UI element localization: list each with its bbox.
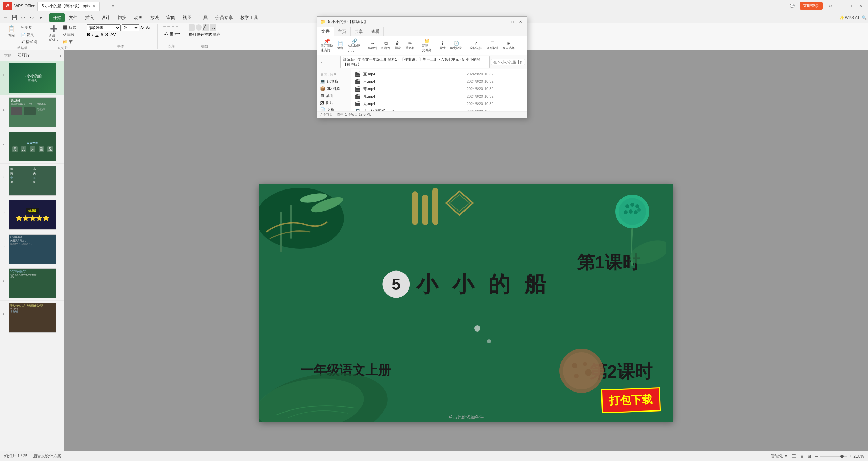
align-center-button[interactable]: ≡ bbox=[167, 24, 170, 30]
tab-close-icon[interactable]: ✕ bbox=[93, 4, 95, 8]
increase-font-button[interactable]: A↑ bbox=[140, 26, 145, 30]
cut-button[interactable]: ✂ 剪切 bbox=[19, 24, 39, 31]
zoom-in-button[interactable]: + bbox=[849, 454, 851, 459]
quick-styles-button[interactable]: 快速样式 bbox=[197, 32, 212, 37]
section-button[interactable]: 📂 节 bbox=[61, 39, 78, 45]
fm-up-button[interactable]: ↑ bbox=[333, 59, 339, 65]
fm-new-folder-button[interactable]: 📁 新建文件夹 bbox=[421, 38, 433, 53]
wps-ai-button[interactable]: ✨ WPS AI bbox=[839, 15, 859, 20]
bold-button[interactable]: B bbox=[87, 32, 90, 37]
slide-item-6[interactable]: 6 我坐在那里， 美丽的月亮上， 这太光明了，太温柔了， bbox=[0, 232, 64, 266]
view-normal-icon[interactable]: 三 bbox=[792, 453, 796, 459]
zoom-level[interactable]: 218% bbox=[853, 454, 864, 459]
shape-line[interactable]: ╱ bbox=[203, 24, 209, 31]
italic-button[interactable]: I bbox=[92, 32, 94, 37]
fm-tab-view[interactable]: 查看 bbox=[367, 27, 384, 36]
shape-more[interactable]: … bbox=[210, 24, 216, 31]
menu-item-tools[interactable]: 工具 bbox=[196, 13, 211, 22]
line-spacing-button[interactable]: ↕A bbox=[163, 31, 168, 36]
smart-label[interactable]: 智能化 ▼ bbox=[771, 453, 788, 459]
slide-item-4[interactable]: 4 船儿 两头 尖在 里面 bbox=[0, 164, 64, 198]
arrange-button[interactable]: 排列 bbox=[189, 32, 196, 37]
slide-canvas[interactable]: 5 小 小 的 船 一年级语文上册 第1课时 第2课时 打包下载 bbox=[259, 184, 673, 422]
menu-item-design[interactable]: 设计 bbox=[98, 13, 114, 22]
slide-item-2[interactable]: 2 第1课时 我会有朋友的，一定，一定也不会... 阅读分享 bbox=[0, 95, 64, 129]
fm-nav-desktop[interactable]: 🖥 桌面 bbox=[317, 92, 351, 99]
decrease-font-button[interactable]: A↓ bbox=[146, 26, 151, 30]
char-spacing-button[interactable]: AV bbox=[110, 32, 116, 37]
fm-search-input[interactable] bbox=[491, 59, 525, 65]
zoom-out-button[interactable]: ─ bbox=[815, 454, 818, 459]
menu-item-start[interactable]: 开始 bbox=[49, 13, 65, 22]
file-item-6[interactable]: 🎵 小小的船配乐.mp3 2024/8/20 10:32 bbox=[351, 107, 527, 111]
fm-deselect-button[interactable]: ☐ 全部取消 bbox=[485, 40, 500, 51]
search-button[interactable]: 🔍 bbox=[862, 15, 867, 20]
fm-pin-button[interactable]: 📌 固定到快速访问 bbox=[319, 38, 334, 53]
redo-icon[interactable]: ↪ bbox=[28, 14, 36, 22]
justify-button[interactable]: ≡ bbox=[176, 24, 178, 30]
settings-icon[interactable]: ⚙ bbox=[825, 1, 835, 11]
menu-item-slideshow[interactable]: 放映 bbox=[147, 13, 162, 22]
hamburger-menu[interactable]: ☰ bbox=[1, 14, 9, 22]
menu-item-review[interactable]: 审阅 bbox=[163, 13, 179, 22]
align-right-button[interactable]: ≡ bbox=[171, 24, 174, 30]
undo-icon[interactable]: ↩ bbox=[19, 14, 27, 22]
file-item-4[interactable]: 🎬 儿.mp4 2024/8/20 10:32 bbox=[351, 93, 527, 100]
reset-button[interactable]: ↺ 重设 bbox=[61, 32, 78, 38]
slide-item-5[interactable]: 5 摘星星 ⭐⭐⭐⭐⭐ bbox=[0, 198, 64, 232]
file-item-1[interactable]: 🎬 互.mp4 2024/8/20 10:32 bbox=[351, 70, 527, 78]
login-button[interactable]: 立即登录 bbox=[800, 2, 823, 10]
fm-nav-computer[interactable]: 💻 此电脑 bbox=[317, 78, 351, 85]
font-size-select[interactable]: 24 bbox=[122, 24, 139, 31]
fm-paste-link-button[interactable]: 🔗 粘贴快捷方式 bbox=[347, 38, 361, 53]
fm-copy-button[interactable]: 📄 复制 bbox=[336, 40, 345, 51]
zoom-slider[interactable] bbox=[820, 456, 847, 457]
column-button[interactable]: ▦ bbox=[169, 31, 173, 36]
view-notes-icon[interactable]: ⊟ bbox=[808, 454, 811, 459]
fm-address-path[interactable]: 部编版小学语文一年级上册资料1 › 【作业设计】新一上册 › 7.第七单元 › … bbox=[340, 56, 490, 68]
layout-button[interactable]: ⬛ 版式 bbox=[61, 24, 78, 31]
file-item-3[interactable]: 🎬 弯.mp4 2024/8/20 10:32 bbox=[351, 85, 527, 93]
file-item-5[interactable]: 🎬 见.mp4 2024/8/20 10:32 bbox=[351, 100, 527, 107]
copy-button[interactable]: 📄 复制 bbox=[19, 32, 39, 38]
fm-invert-button[interactable]: ⊞ 反向选择 bbox=[501, 40, 516, 51]
shape-circle[interactable] bbox=[196, 24, 202, 31]
file-item-2[interactable]: 🎬 月.mp4 2024/8/20 10:32 bbox=[351, 78, 527, 85]
fm-nav-documents[interactable]: 📄 文档 bbox=[317, 106, 351, 111]
tab-dropdown-icon[interactable]: ▾ bbox=[112, 4, 114, 8]
fm-copy-to-button[interactable]: ⧉ 复制到 bbox=[380, 40, 392, 51]
fm-back-button[interactable]: ← bbox=[319, 59, 326, 65]
minimize-button[interactable]: ─ bbox=[835, 1, 845, 11]
fm-delete-button[interactable]: 🗑 删除 bbox=[393, 40, 402, 51]
menu-item-transitions[interactable]: 切换 bbox=[114, 13, 130, 22]
maximize-button[interactable]: □ bbox=[846, 1, 855, 11]
save-icon[interactable]: 💾 bbox=[10, 14, 18, 22]
slide-item-8[interactable]: 8 语文中的"儿,月"分别是什么样的 学习内容 小小的船 bbox=[0, 301, 64, 335]
feedback-icon[interactable]: 💬 bbox=[788, 3, 797, 9]
align-left-button[interactable]: ≡ bbox=[163, 24, 166, 30]
tab-slides[interactable]: 幻灯片 bbox=[16, 52, 31, 59]
strikethrough-button[interactable]: S̶ bbox=[101, 32, 103, 37]
fm-forward-button[interactable]: → bbox=[326, 59, 332, 65]
shadow-button[interactable]: S bbox=[105, 32, 108, 37]
slide-item-3[interactable]: 3 认识生字 月 儿 头 里 见 bbox=[0, 129, 64, 164]
menu-item-animation[interactable]: 动画 bbox=[131, 13, 146, 22]
fm-select-all-button[interactable]: ✓ 全部选择 bbox=[469, 40, 484, 51]
close-button[interactable]: ✕ bbox=[856, 1, 865, 11]
active-tab[interactable]: 5 小小的船【稿华版】.pptx ✕ bbox=[37, 2, 100, 11]
fm-tab-home[interactable]: 主页 bbox=[334, 27, 351, 36]
slide-note[interactable]: 单击此处添加备注 bbox=[447, 413, 485, 422]
fm-rename-button[interactable]: ✏ 重命名 bbox=[404, 40, 416, 51]
fm-move-to-button[interactable]: → 移动到 bbox=[367, 40, 378, 51]
menu-item-vip[interactable]: 会员专享 bbox=[212, 13, 236, 22]
slide-item-7[interactable]: 7 写字中的"船"字 今天小朋友,第一,课文中的"船" 是说，... bbox=[0, 266, 64, 301]
menu-item-insert[interactable]: 插入 bbox=[82, 13, 97, 22]
underline-button[interactable]: U bbox=[95, 32, 98, 37]
tab-outline[interactable]: 大纲 bbox=[3, 52, 14, 59]
menu-item-file[interactable]: 文件 bbox=[65, 13, 81, 22]
text-direction-button[interactable]: ⟺ bbox=[174, 31, 180, 36]
paste-button[interactable]: 📋 粘贴 bbox=[5, 24, 18, 45]
fm-tab-share[interactable]: 共享 bbox=[351, 27, 367, 36]
new-slide-button[interactable]: ➕ 新建幻灯片 bbox=[47, 24, 60, 45]
fm-tab-file[interactable]: 文件 bbox=[317, 27, 334, 36]
